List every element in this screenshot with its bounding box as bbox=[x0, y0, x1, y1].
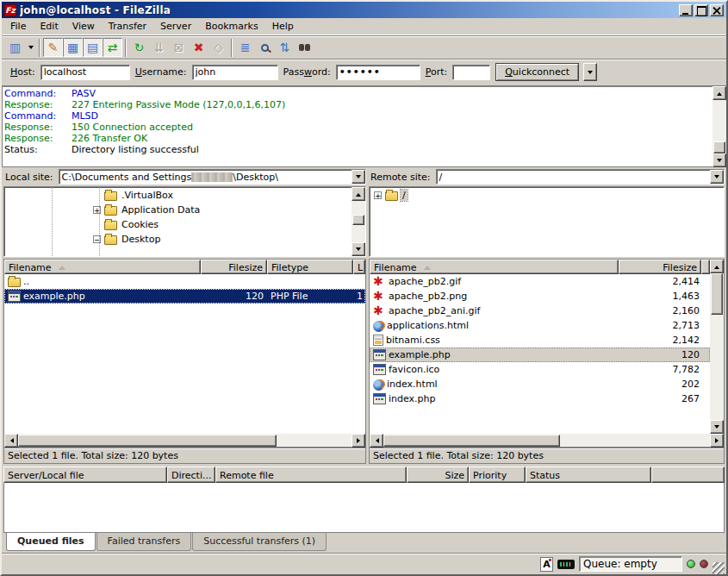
remote-vscrollbar[interactable] bbox=[710, 260, 724, 434]
tree-expander[interactable] bbox=[374, 191, 382, 199]
column-header-filesize[interactable]: Filesize bbox=[201, 260, 267, 274]
column-header-server-local-file[interactable]: Server/Local file bbox=[3, 466, 167, 483]
local-file-list[interactable]: .. example.php 120 PHP File bbox=[4, 274, 365, 434]
column-header-direction[interactable]: Directi... bbox=[167, 466, 215, 483]
refresh-button[interactable]: ↻ bbox=[129, 38, 149, 57]
site-manager-button[interactable]: ▥ bbox=[5, 38, 25, 57]
scroll-up-button[interactable] bbox=[712, 86, 726, 100]
file-row[interactable]: favicon.ico 7,782 bbox=[370, 362, 710, 377]
scrollbar-track[interactable] bbox=[277, 434, 352, 447]
menu-item[interactable]: Server bbox=[153, 19, 198, 34]
scroll-right-button[interactable] bbox=[352, 434, 365, 448]
tree-item[interactable]: Application Data bbox=[4, 203, 352, 217]
file-row[interactable]: index.php 267 bbox=[370, 391, 710, 406]
scrollbar-track[interactable] bbox=[712, 100, 726, 141]
filter-button[interactable]: ≣ bbox=[235, 38, 255, 57]
log-scrollbar[interactable] bbox=[712, 86, 726, 167]
scroll-right-button[interactable] bbox=[710, 434, 724, 448]
local-directory-tree[interactable]: .VirtualBox Application Data Cookies bbox=[3, 186, 366, 257]
toggle-message-log-button[interactable]: ✎ bbox=[43, 38, 63, 57]
menu-item[interactable]: Transfer bbox=[102, 19, 153, 34]
remote-site-dropdown[interactable] bbox=[710, 170, 724, 184]
scrollbar-track[interactable] bbox=[560, 434, 710, 447]
file-row[interactable]: index.html 202 bbox=[370, 377, 710, 391]
scrollbar-track[interactable] bbox=[352, 201, 365, 215]
scroll-up-button[interactable] bbox=[710, 260, 724, 273]
scroll-up-button[interactable] bbox=[352, 187, 365, 201]
local-site-dropdown[interactable] bbox=[352, 170, 365, 184]
queue-list[interactable] bbox=[3, 483, 725, 533]
queue-tab[interactable]: Queued files bbox=[6, 533, 96, 551]
remote-hscrollbar[interactable] bbox=[369, 434, 725, 448]
scrollbar-thumb[interactable] bbox=[713, 141, 725, 153]
remote-directory-tree[interactable]: / bbox=[369, 186, 725, 257]
file-row[interactable]: example.php 120 PHP File 1 bbox=[4, 289, 365, 304]
file-row[interactable]: apache_pb2.png 1,463 bbox=[370, 289, 710, 304]
column-header-lastmodified[interactable]: L bbox=[353, 260, 365, 274]
reconnect-button[interactable]: ◇ bbox=[208, 38, 228, 57]
scroll-left-button[interactable] bbox=[4, 434, 18, 448]
resize-grip[interactable] bbox=[712, 562, 725, 574]
maximize-button[interactable] bbox=[694, 4, 708, 16]
scroll-left-button[interactable] bbox=[370, 434, 383, 448]
menu-item[interactable]: Bookmarks bbox=[198, 19, 264, 34]
scrollbar-thumb[interactable] bbox=[711, 273, 723, 315]
file-row[interactable]: apache_pb2_ani.gif 2,160 bbox=[370, 304, 710, 318]
minimize-button[interactable] bbox=[679, 4, 693, 16]
file-row[interactable]: apache_pb2.gif 2,414 bbox=[370, 274, 710, 289]
file-row[interactable]: bitnami.css 2,142 bbox=[370, 333, 710, 347]
queue-tab[interactable]: Failed transfers bbox=[96, 533, 192, 551]
local-site-combo[interactable]: C:\Documents and Settings\Desktop\ bbox=[59, 169, 366, 185]
toggle-remote-tree-button[interactable]: ▤ bbox=[83, 38, 103, 57]
quickconnect-dropdown[interactable] bbox=[583, 63, 597, 81]
column-header-size[interactable]: Size bbox=[407, 466, 469, 483]
menu-item[interactable]: File bbox=[3, 19, 33, 34]
file-row[interactable]: example.php 120 bbox=[370, 347, 710, 362]
column-header-priority[interactable]: Priority bbox=[469, 466, 526, 483]
tree-item[interactable]: .VirtualBox bbox=[4, 188, 352, 203]
process-queue-button[interactable]: ⇊ bbox=[149, 38, 169, 57]
password-input[interactable] bbox=[336, 65, 420, 80]
username-input[interactable] bbox=[192, 65, 278, 80]
host-input[interactable] bbox=[40, 65, 130, 80]
scrollbar-thumb[interactable] bbox=[352, 215, 364, 225]
scrollbar-track[interactable] bbox=[352, 225, 365, 242]
site-manager-dropdown[interactable] bbox=[25, 38, 36, 57]
port-input[interactable] bbox=[452, 65, 490, 80]
close-button[interactable] bbox=[710, 4, 724, 16]
column-header-status[interactable]: Status bbox=[526, 466, 651, 483]
tree-item[interactable]: Cookies bbox=[4, 217, 352, 232]
compare-directories-button[interactable] bbox=[255, 38, 275, 57]
find-files-button[interactable] bbox=[295, 38, 314, 57]
column-header-remote-file[interactable]: Remote file bbox=[215, 466, 407, 483]
quickconnect-button[interactable]: Quickconnect bbox=[495, 63, 579, 81]
remote-site-combo[interactable]: / bbox=[436, 169, 725, 185]
scroll-down-button[interactable] bbox=[712, 153, 726, 167]
cancel-operation-button[interactable]: ⊠ bbox=[169, 38, 189, 57]
file-row[interactable]: .. bbox=[4, 274, 365, 289]
scroll-down-button[interactable] bbox=[352, 242, 365, 256]
disconnect-button[interactable]: ✖ bbox=[189, 38, 208, 57]
menu-item[interactable]: Help bbox=[265, 19, 301, 34]
local-hscrollbar[interactable] bbox=[3, 434, 366, 448]
title-bar[interactable]: Fz john@localhost - FileZilla bbox=[2, 2, 726, 18]
toggle-local-tree-button[interactable]: ▦ bbox=[63, 38, 83, 57]
queue-tab[interactable]: Successful transfers (1) bbox=[192, 533, 327, 551]
scrollbar-thumb[interactable] bbox=[18, 435, 277, 447]
scrollbar-thumb[interactable] bbox=[383, 435, 560, 447]
menu-item[interactable]: Edit bbox=[33, 19, 65, 34]
toggle-queue-button[interactable]: ⇄ bbox=[103, 38, 122, 57]
scroll-down-button[interactable] bbox=[710, 420, 724, 434]
tree-item[interactable]: / bbox=[370, 188, 724, 203]
speed-limit-icon[interactable] bbox=[557, 560, 575, 569]
column-header-filename[interactable]: Filename bbox=[4, 260, 201, 274]
scrollbar-track[interactable] bbox=[710, 315, 724, 420]
column-header-filename[interactable]: Filename bbox=[370, 260, 619, 274]
synchronized-browsing-button[interactable]: ⇅ bbox=[275, 38, 295, 57]
local-tree-scrollbar[interactable] bbox=[352, 187, 365, 256]
tree-item[interactable]: Desktop bbox=[4, 232, 352, 247]
column-header-filesize[interactable]: Filesize bbox=[619, 260, 701, 274]
menu-item[interactable]: View bbox=[65, 19, 102, 34]
file-row[interactable]: applications.html 2,713 bbox=[370, 318, 710, 333]
column-header-filetype[interactable]: Filetype bbox=[267, 260, 353, 274]
